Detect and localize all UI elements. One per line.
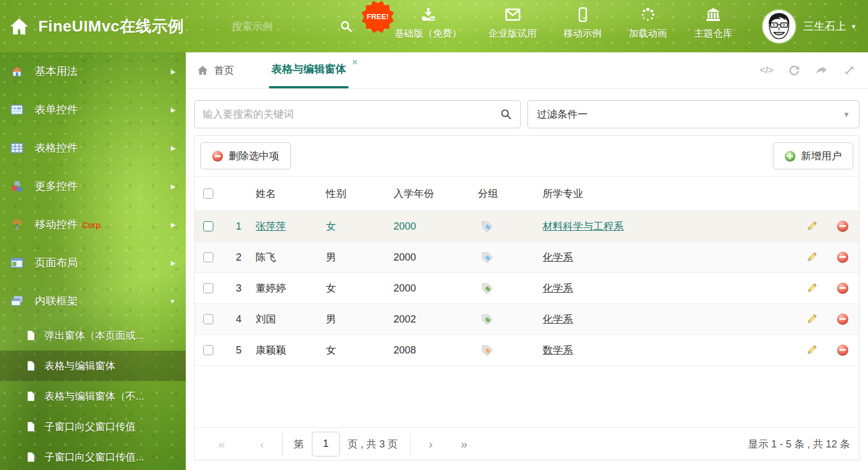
sidebar-subitem-child-to-parent[interactable]: 子窗口向父窗口传值 — [0, 411, 186, 442]
year-cell: 2000 — [393, 283, 478, 294]
row-number: 5 — [222, 344, 256, 356]
home-icon — [10, 65, 24, 78]
document-icon — [25, 330, 37, 341]
first-page-button[interactable]: « — [218, 437, 225, 451]
page-label-prefix: 第 — [294, 437, 304, 451]
tab-grid-edit-window[interactable]: 表格与编辑窗体 × — [269, 52, 348, 88]
nav-enterprise-trial[interactable]: 企业版试用 — [489, 6, 536, 47]
edit-icon[interactable] — [806, 344, 818, 356]
source-code-icon[interactable]: </> — [760, 64, 773, 77]
name-cell[interactable]: 陈飞 — [256, 252, 276, 263]
major-link[interactable]: 材料科学与工程系 — [543, 221, 624, 232]
year-cell: 2008 — [393, 344, 478, 356]
column-year[interactable]: 入学年份 — [393, 187, 478, 200]
expand-icon[interactable] — [843, 64, 856, 77]
sidebar-item-mobile-controls[interactable]: 移动控件 Corp. ▶ — [0, 205, 186, 244]
row-checkbox[interactable] — [203, 345, 213, 355]
table-row[interactable]: 2 陈飞 男 2000 化学系 — [195, 242, 859, 273]
nav-loading-animation[interactable]: 加载动画 — [629, 6, 667, 47]
sidebar-subitem-grid-edit-window[interactable]: 表格与编辑窗体 — [0, 351, 186, 381]
filter-dropdown[interactable]: 过滤条件一 ▼ — [527, 100, 860, 128]
edit-icon[interactable] — [806, 220, 818, 232]
sidebar-item-inline-frame[interactable]: 内联框架 ▼ — [0, 282, 186, 320]
brand[interactable]: FineUIMvc在线示例 — [0, 16, 232, 37]
next-page-button[interactable]: › — [429, 437, 433, 451]
prev-page-button[interactable]: ‹ — [260, 437, 264, 451]
frames-icon — [10, 294, 24, 308]
keyword-search-input[interactable] — [203, 109, 500, 120]
column-group[interactable]: 分组 — [478, 187, 543, 200]
select-all-checkbox[interactable] — [203, 189, 213, 199]
nav-theme-store[interactable]: 主题仓库 — [694, 6, 732, 47]
name-cell[interactable]: 张萍萍 — [256, 221, 286, 232]
sidebar-subitem-popup-window[interactable]: 弹出窗体（本页面或... — [0, 320, 186, 351]
delete-row-icon[interactable] — [837, 314, 848, 325]
chevron-right-icon: ▶ — [171, 221, 176, 229]
sidebar-item-basic-usage[interactable]: 基本用法 ▶ — [0, 52, 186, 91]
mobile-icon — [574, 6, 591, 23]
major-link[interactable]: 化学系 — [543, 283, 573, 294]
form-icon — [10, 103, 24, 117]
sidebar-item-page-layout[interactable]: 页面布局 ▶ — [0, 244, 186, 282]
chevron-down-icon: ▼ — [851, 23, 857, 30]
sidebar-subitem-child-to-parent-2[interactable]: 子窗口向父窗口传值... — [0, 442, 186, 470]
layout-icon — [10, 256, 24, 270]
page-number-input[interactable] — [312, 432, 340, 456]
sidebar-item-form-controls[interactable]: 表单控件 ▶ — [0, 91, 186, 129]
user-menu[interactable]: 三生石上 ▼ — [803, 19, 857, 34]
add-user-button[interactable]: 新增用户 — [773, 142, 853, 169]
nav-label: 基础版（免费） — [395, 27, 462, 40]
table-row[interactable]: 1 张萍萍 女 2000 材料科学与工程系 — [195, 211, 859, 242]
search-icon[interactable] — [500, 108, 512, 120]
nav-label: 移动示例 — [563, 27, 602, 40]
column-name[interactable]: 姓名 — [256, 187, 326, 200]
home-icon — [9, 16, 29, 37]
column-gender[interactable]: 性别 — [326, 187, 393, 200]
last-page-button[interactable]: » — [461, 437, 468, 451]
edit-icon[interactable] — [806, 251, 818, 263]
close-icon[interactable]: × — [352, 58, 357, 67]
cubes-icon — [10, 180, 24, 193]
column-major[interactable]: 所学专业 — [543, 187, 798, 200]
sidebar-item-grid-controls[interactable]: 表格控件 ▶ — [0, 129, 186, 167]
refresh-icon[interactable] — [788, 64, 800, 77]
edit-icon[interactable] — [806, 313, 818, 325]
row-checkbox[interactable] — [203, 252, 213, 262]
table-row[interactable]: 3 董婷婷 女 2000 化学系 — [195, 273, 859, 304]
avatar[interactable] — [763, 10, 795, 43]
delete-row-icon[interactable] — [837, 221, 848, 232]
delete-row-icon[interactable] — [837, 252, 848, 263]
free-badge: FREE! — [362, 1, 393, 33]
user-box: 三生石上 ▼ — [763, 10, 868, 43]
row-checkbox[interactable] — [203, 283, 213, 293]
row-number: 4 — [222, 314, 256, 325]
document-icon — [25, 451, 37, 463]
table-row[interactable]: 5 康颖颖 女 2008 数学系 — [195, 335, 859, 366]
sidebar-item-more-controls[interactable]: 更多控件 ▶ — [0, 167, 186, 205]
delete-selected-button[interactable]: 删除选中项 — [200, 142, 291, 169]
delete-row-icon[interactable] — [837, 283, 848, 294]
name-cell[interactable]: 刘国 — [256, 314, 276, 325]
share-icon[interactable] — [816, 64, 828, 77]
delete-row-icon[interactable] — [837, 344, 848, 356]
major-link[interactable]: 化学系 — [543, 314, 573, 325]
document-icon — [25, 360, 37, 371]
chevron-down-icon: ▼ — [843, 110, 850, 119]
nav-basic-free[interactable]: FREE! 基础版（免费） — [395, 6, 462, 47]
gender-cell: 男 — [326, 250, 393, 264]
keyword-search-box[interactable] — [194, 100, 521, 128]
name-cell[interactable]: 董婷婷 — [256, 283, 286, 294]
major-link[interactable]: 化学系 — [543, 252, 573, 263]
table-row[interactable]: 4 刘国 男 2002 化学系 — [195, 304, 859, 335]
major-link[interactable]: 数学系 — [543, 344, 573, 356]
search-icon[interactable] — [339, 20, 353, 33]
nav-mobile-demo[interactable]: 移动示例 — [563, 6, 602, 47]
name-cell[interactable]: 康颖颖 — [256, 344, 286, 356]
sidebar-subitem-grid-edit-window-2[interactable]: 表格与编辑窗体（不... — [0, 381, 186, 411]
header-search[interactable]: 搜索示例 — [232, 20, 353, 33]
row-checkbox[interactable] — [203, 314, 213, 324]
edit-icon[interactable] — [806, 282, 818, 294]
row-checkbox[interactable] — [203, 221, 213, 231]
tab-home[interactable]: 首页 — [195, 52, 236, 88]
chevron-right-icon: ▶ — [171, 145, 176, 152]
